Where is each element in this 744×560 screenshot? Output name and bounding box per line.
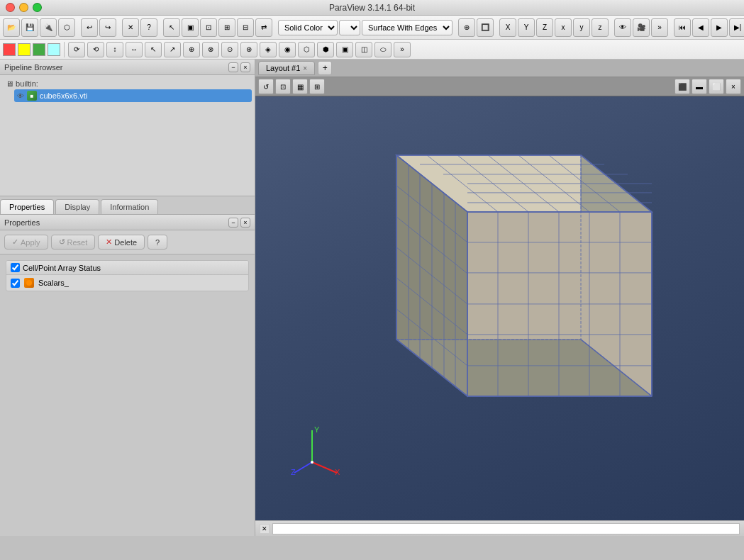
z-axis-button[interactable]: Z (536, 18, 553, 37)
apply-button[interactable]: ✓ Apply (4, 235, 48, 250)
status-icon[interactable]: ✕ (260, 524, 270, 534)
disconnect-button[interactable]: ⬡ (58, 18, 75, 37)
pipeline-collapse-button[interactable]: − (228, 62, 238, 72)
help-button[interactable]: ? (140, 18, 157, 37)
add-layout-button[interactable]: + (318, 61, 332, 75)
properties-panel-header: Properties − × (0, 215, 255, 230)
visibility-icon[interactable]: 👁 (17, 92, 24, 100)
more-button[interactable]: » (651, 18, 668, 37)
redo-button[interactable]: ↪ (99, 18, 116, 37)
scalars-icon (24, 278, 34, 288)
pipeline-close-button[interactable]: × (240, 62, 250, 72)
tab-properties[interactable]: Properties (0, 199, 54, 214)
convert-button[interactable]: ⇄ (255, 18, 272, 37)
manip-btn-10[interactable]: ⊛ (240, 42, 257, 57)
variable-select[interactable] (339, 20, 360, 35)
viewport-canvas[interactable]: Y Z X (255, 96, 744, 520)
vp-maximize-button[interactable]: ⬜ (709, 79, 724, 94)
manip-btn-9[interactable]: ⊙ (221, 42, 238, 57)
layout-tab-1[interactable]: Layout #1 × (258, 61, 315, 75)
pipeline-tree: 🖥 builtin: 👁 ■ cube6x6x6.vti (0, 75, 255, 196)
vp-grid-button[interactable]: ▦ (292, 79, 308, 94)
undo-button[interactable]: ↩ (81, 18, 98, 37)
svg-line-54 (312, 462, 337, 473)
vp-select-button[interactable]: ⊡ (275, 79, 291, 94)
delete-icon: ✕ (106, 237, 112, 247)
reset-button[interactable]: ↺ Reset (51, 235, 96, 250)
select-cells-button[interactable]: ▣ (182, 18, 199, 37)
vp-reset-button[interactable]: ↺ (258, 79, 274, 94)
vp-close-button[interactable]: × (726, 79, 741, 94)
fit-all-button[interactable]: ⊕ (458, 18, 475, 37)
delete-button[interactable]: ✕ (122, 18, 139, 37)
save-button[interactable]: 💾 (21, 18, 38, 37)
cube-svg (326, 113, 723, 467)
manip-more[interactable]: » (394, 42, 411, 57)
color-select[interactable]: Solid Color (278, 20, 338, 35)
play-begin-button[interactable]: ⏮ (674, 18, 691, 37)
tab-information[interactable]: Information (101, 199, 158, 214)
open-button[interactable]: 📂 (3, 18, 20, 37)
vp-split-h-button[interactable]: ⬛ (674, 79, 690, 94)
properties-panel-controls[interactable]: − × (228, 218, 250, 228)
minimize-button[interactable] (19, 3, 28, 12)
repr-select[interactable]: Surface With Edges (362, 20, 452, 35)
manip-btn-6[interactable]: ↗ (164, 42, 181, 57)
camera-button[interactable]: 🎥 (633, 18, 650, 37)
y-axis-button[interactable]: Y (518, 18, 535, 37)
scalars-checkbox[interactable] (11, 279, 20, 288)
reset-view-button[interactable]: 🔲 (477, 18, 494, 37)
manip-btn-3[interactable]: ↕ (106, 42, 123, 57)
manip-btn-15[interactable]: ▣ (336, 42, 353, 57)
status-input[interactable] (272, 523, 740, 534)
x-axis-button[interactable]: X (499, 18, 516, 37)
tab-display[interactable]: Display (55, 199, 99, 214)
vp-overlay-button[interactable]: ⊞ (309, 79, 325, 94)
properties-close-button[interactable]: × (240, 218, 250, 228)
manip-btn-17[interactable]: ⬭ (374, 42, 392, 57)
manip-btn-5[interactable]: ↖ (145, 42, 162, 57)
connect-button[interactable]: 🔌 (40, 18, 57, 37)
window-controls[interactable] (6, 3, 42, 12)
manip-btn-8[interactable]: ⊗ (202, 42, 219, 57)
manip-btn-14[interactable]: ⬢ (317, 42, 334, 57)
color-swatch-yellow[interactable] (18, 43, 30, 56)
color-swatch-green[interactable] (33, 43, 45, 56)
pipeline-browser-controls[interactable]: − × (228, 62, 250, 72)
deselect-button[interactable]: ⊟ (237, 18, 254, 37)
play-fwd-button[interactable]: ▶| (729, 18, 744, 37)
color-swatch-cyan[interactable] (48, 43, 60, 56)
manip-btn-1[interactable]: ⟳ (68, 42, 85, 57)
builtin-folder: 🖥 builtin: (3, 78, 252, 89)
manip-btn-13[interactable]: ⬡ (298, 42, 315, 57)
tab-bar: Properties Display Information (0, 196, 255, 215)
layout-tab-close[interactable]: × (303, 65, 307, 72)
view-settings-button[interactable]: 👁 (614, 18, 631, 37)
close-button[interactable] (6, 3, 15, 12)
select-points-button[interactable]: ⊡ (200, 18, 217, 37)
interact-button[interactable]: ↖ (163, 18, 180, 37)
help-button-prop[interactable]: ? (148, 235, 167, 250)
manip-btn-2[interactable]: ⟲ (87, 42, 104, 57)
maximize-button[interactable] (33, 3, 42, 12)
svg-text:Z: Z (291, 468, 296, 476)
manip-btn-4[interactable]: ↔ (126, 42, 143, 57)
vp-split-v-button[interactable]: ▬ (692, 79, 707, 94)
manip-btn-11[interactable]: ◈ (260, 42, 277, 57)
play-button[interactable]: ▶ (711, 18, 728, 37)
neg-x-button[interactable]: x (555, 18, 572, 37)
neg-z-button[interactable]: z (592, 18, 609, 37)
select-block-button[interactable]: ⊞ (218, 18, 235, 37)
delete-button-prop[interactable]: ✕ Delete (98, 235, 145, 250)
manip-btn-7[interactable]: ⊕ (183, 42, 200, 57)
array-status-checkbox[interactable] (11, 263, 20, 272)
play-back-button[interactable]: ◀ (692, 18, 709, 37)
reset-label: Reset (67, 238, 88, 247)
manip-btn-12[interactable]: ◉ (279, 42, 296, 57)
pipeline-item[interactable]: 👁 ■ cube6x6x6.vti (14, 89, 252, 102)
properties-collapse-button[interactable]: − (228, 218, 238, 228)
color-swatch-red[interactable] (3, 43, 16, 56)
manip-btn-16[interactable]: ◫ (355, 42, 372, 57)
neg-y-button[interactable]: y (573, 18, 590, 37)
pipeline-browser: Pipeline Browser − × 🖥 builtin: 👁 ■ cube… (0, 60, 255, 196)
